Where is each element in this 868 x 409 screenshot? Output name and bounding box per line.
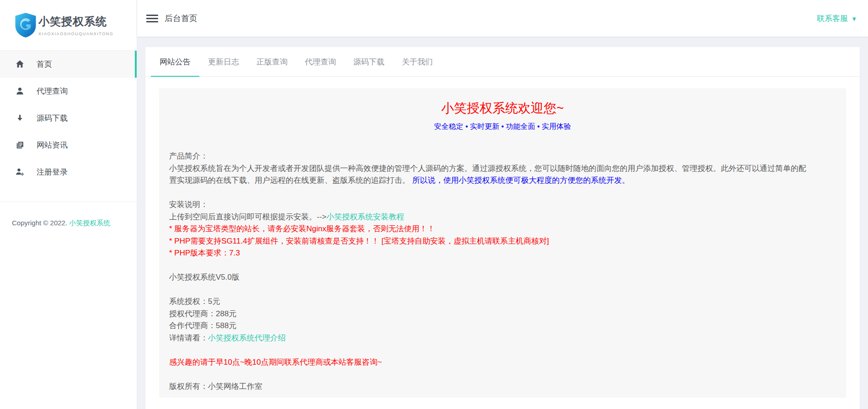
- sidebar-menu: 首页 代理查询 源码下载: [0, 51, 137, 186]
- announcement-link[interactable]: 小笑授权系统安装教程: [326, 212, 404, 221]
- announcement-body: 产品简介：小笑授权系统旨在为个人开发者或者开发团队提供一种高效便捷的管理个人源码…: [169, 150, 836, 393]
- tab-bar: 网站公告 更新日志 正版查询 代理查询 源码下载 关于我们: [145, 47, 860, 77]
- content-card: 网站公告 更新日志 正版查询 代理查询 源码下载 关于我们 小笑授权系统欢迎您~…: [145, 47, 860, 409]
- menu-toggle-icon[interactable]: [146, 11, 158, 26]
- announcement-text-segment: * PHP需要支持SG11.4扩展组件，安装前请核查是否支持！！ [宝塔支持自助…: [169, 237, 549, 245]
- copyright-text: Copyright © 2022.: [12, 219, 69, 227]
- sidebar-item-agent-query[interactable]: 代理查询: [0, 78, 137, 105]
- announcement-text-segment: 所以说，使用小笑授权系统便可极大程度的方便您的系统开发。: [410, 176, 630, 185]
- tab-about-us[interactable]: 关于我们: [393, 47, 442, 76]
- person-gear-icon: [15, 167, 25, 177]
- announcement-line: [169, 187, 836, 199]
- announcement-line: [169, 284, 836, 296]
- announcement-text-segment: 感兴趣的请于早10点~晚10点期间联系代理商或本站客服咨询~: [169, 358, 382, 367]
- sidebar-item-site-news[interactable]: 网站资讯: [0, 132, 137, 159]
- top-bar: 后台首页 联系客服 ▼: [137, 0, 868, 37]
- tab-agent-query[interactable]: 代理查询: [296, 47, 345, 76]
- sidebar-copyright: Copyright © 2022. 小笑授权系统: [0, 202, 137, 229]
- announcement-line: * 服务器为宝塔类型的站长，请务必安装Nginx服务器套装，否则无法使用！！: [169, 223, 836, 235]
- announcement-subtitle: 安全稳定 • 实时更新 • 功能全面 • 实用体验: [169, 122, 836, 132]
- announcement-line: [169, 260, 836, 272]
- sidebar-item-source-download[interactable]: 源码下载: [0, 105, 137, 132]
- tab-site-announcement[interactable]: 网站公告: [151, 47, 199, 76]
- app-layout: 小笑授权系统 XIAOXIAOSHOUQUANXITONG 首页 代理查询: [0, 0, 868, 409]
- announcement-line: 版权所有：小笑网络工作室: [169, 381, 836, 393]
- library-icon: [15, 140, 25, 150]
- brand-shield-logo-icon: [15, 12, 37, 38]
- announcement-line: 安装说明：: [169, 199, 836, 211]
- announcement-text-segment: 合作代理商：588元: [169, 321, 236, 330]
- contact-support-link[interactable]: 联系客服: [817, 13, 848, 24]
- main-area: 后台首页 联系客服 ▼ 网站公告 更新日志 正版查询 代理查询 源码下载 关于我…: [137, 0, 868, 409]
- announcement-text-segment: 授权代理商：288元: [169, 309, 236, 318]
- announcement-line: [169, 344, 836, 356]
- announcement-line: 产品简介：: [169, 150, 836, 163]
- tab-genuine-query[interactable]: 正版查询: [248, 47, 296, 76]
- announcement-line: 合作代理商：588元: [169, 320, 836, 332]
- announcement-text-segment: 详情请看：: [169, 334, 208, 342]
- brand-text: 小笑授权系统 XIAOXIAOSHOUQUANXITONG: [38, 14, 114, 36]
- sidebar: 小笑授权系统 XIAOXIAOSHOUQUANXITONG 首页 代理查询: [0, 0, 137, 409]
- sidebar-item-register-login[interactable]: 注册登录: [0, 159, 137, 186]
- sidebar-item-label: 注册登录: [37, 167, 68, 177]
- contact-support-dropdown[interactable]: 联系客服 ▼: [817, 13, 857, 24]
- announcement-line: 置实现源码的在线下载、用户远程的在线更新、盗版系统的追踪打击。 所以说，使用小笑…: [169, 175, 836, 187]
- sidebar-item-label: 源码下载: [37, 113, 68, 123]
- announcement-line: * PHP需要支持SG11.4扩展组件，安装前请核查是否支持！！ [宝塔支持自助…: [169, 235, 836, 248]
- brand: 小笑授权系统 XIAOXIAOSHOUQUANXITONG: [0, 0, 137, 51]
- sidebar-item-home[interactable]: 首页: [0, 51, 137, 78]
- announcement-line: 小笑授权系统V5.0版: [169, 271, 836, 284]
- content-area: 网站公告 更新日志 正版查询 代理查询 源码下载 关于我们 小笑授权系统欢迎您~…: [137, 37, 868, 409]
- announcement-text-segment: 置实现源码的在线下载、用户远程的在线更新、盗版系统的追踪打击。: [169, 176, 410, 185]
- announcement-text-segment: 版权所有：小笑网络工作室: [169, 382, 262, 391]
- sidebar-item-label: 代理查询: [37, 86, 68, 96]
- announcement-line: 详情请看：小笑授权系统代理介绍: [169, 332, 836, 345]
- announcement-text-segment: 系统授权：5元: [169, 297, 220, 306]
- copyright-brand-link[interactable]: 小笑授权系统: [69, 219, 110, 227]
- home-icon: [15, 59, 25, 69]
- announcement-line: * PHP版本要求：7.3: [169, 247, 836, 260]
- announcement-line: 小笑授权系统旨在为个人开发者或者开发团队提供一种高效便捷的管理个人源码的方案。通…: [169, 163, 836, 175]
- chevron-down-icon: ▼: [851, 16, 857, 22]
- announcement-line: 上传到空间后直接访问即可根据提示安装。-->小笑授权系统安装教程: [169, 211, 836, 223]
- person-icon: [15, 86, 25, 96]
- announcement-text-segment: 产品简介：: [169, 152, 208, 160]
- announcement-line: 授权代理商：288元: [169, 308, 836, 320]
- page-title: 后台首页: [165, 13, 197, 24]
- download-icon: [15, 113, 25, 123]
- announcement-panel: 小笑授权系统欢迎您~ 安全稳定 • 实时更新 • 功能全面 • 实用体验 产品简…: [159, 88, 846, 398]
- announcement-link[interactable]: 小笑授权系统代理介绍: [208, 334, 286, 342]
- brand-subtitle: XIAOXIAOSHOUQUANXITONG: [38, 32, 114, 36]
- sidebar-item-label: 首页: [37, 59, 52, 69]
- tab-source-download[interactable]: 源码下载: [345, 47, 393, 76]
- announcement-text-segment: 上传到空间后直接访问即可根据提示安装。-->: [169, 212, 326, 221]
- brand-title: 小笑授权系统: [38, 14, 114, 29]
- tab-update-log[interactable]: 更新日志: [199, 47, 248, 76]
- announcement-text-segment: 小笑授权系统旨在为个人开发者或者开发团队提供一种高效便捷的管理个人源码的方案。通…: [169, 164, 806, 173]
- announcement-title: 小笑授权系统欢迎您~: [169, 100, 836, 117]
- announcement-text-segment: 安装说明：: [169, 200, 208, 209]
- announcement-line: 感兴趣的请于早10点~晚10点期间联系代理商或本站客服咨询~: [169, 356, 836, 369]
- announcement-line: [169, 368, 836, 381]
- sidebar-item-label: 网站资讯: [37, 140, 68, 150]
- announcement-line: 系统授权：5元: [169, 296, 836, 308]
- announcement-text-segment: * 服务器为宝塔类型的站长，请务必安装Nginx服务器套装，否则无法使用！！: [169, 224, 435, 233]
- announcement-text-segment: 小笑授权系统V5.0版: [169, 273, 240, 282]
- announcement-text-segment: * PHP版本要求：7.3: [169, 249, 240, 257]
